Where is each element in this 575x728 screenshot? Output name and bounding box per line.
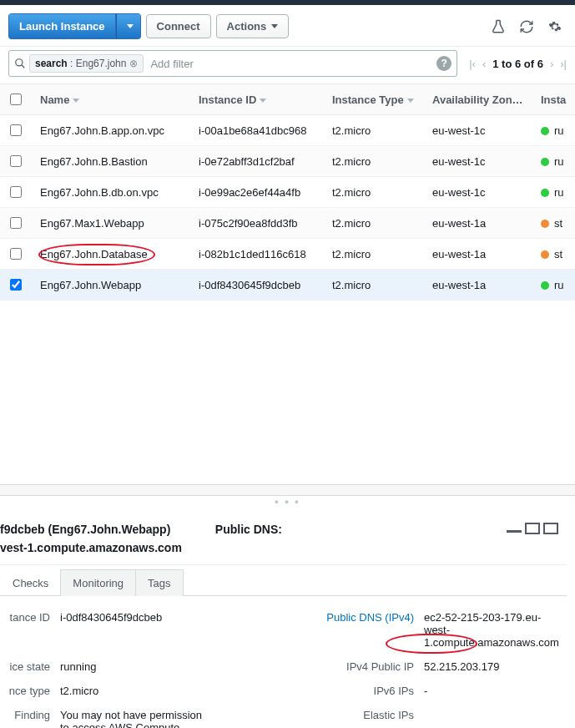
table-row[interactable]: Eng67.John.B.app.on.vpci-00a1be68a41dbc9… — [0, 115, 575, 146]
status-dot-icon — [541, 250, 549, 259]
page-last-icon[interactable]: ›| — [560, 58, 567, 70]
row-checkbox[interactable] — [10, 279, 22, 291]
col-instance-id[interactable]: Instance ID — [192, 84, 325, 115]
kv-value-public-dns: ec2-52-215-203-179.eu-west-1.compute.ama… — [424, 611, 563, 649]
col-availability-zone[interactable]: Availability Zone — [426, 84, 534, 115]
kv-key[interactable]: Public DNS (IPv4) — [314, 611, 414, 649]
page-first-icon[interactable]: |‹ — [469, 58, 476, 70]
search-input[interactable]: search : Eng67.john ⊗ Add filter ? — [8, 50, 457, 77]
panel-resize-grip[interactable]: ● ● ● — [0, 496, 575, 508]
kv-key: ice state — [0, 660, 50, 673]
status-dot-icon — [541, 281, 549, 290]
connect-button[interactable]: Connect — [146, 14, 211, 38]
cell-name[interactable]: Eng67.John.B.db.on.vpc — [33, 177, 192, 208]
kv-key: IPv6 IPs — [314, 685, 414, 697]
launch-instance-label[interactable]: Launch Instance — [8, 13, 116, 39]
search-icon — [14, 58, 26, 69]
kv-value-eip — [424, 709, 563, 728]
sort-icon — [407, 99, 414, 103]
kv-key: tance ID — [0, 611, 50, 649]
layout-min-icon[interactable] — [507, 523, 522, 533]
table-row[interactable]: Eng67.John.B.Bastioni-0e72abff3d1cf2baft… — [0, 146, 575, 177]
table-row[interactable]: Eng67.John.Databasei-082b1c1ded116c618t2… — [0, 239, 575, 270]
col-instance-type[interactable]: Instance Type — [325, 84, 426, 115]
kv-value-type: t2.micro — [60, 685, 210, 697]
pager: |‹ ‹ 1 to 6 of 6 › ›| — [469, 58, 567, 70]
status-dot-icon — [541, 127, 549, 135]
kv-key: Elastic IPs — [314, 709, 414, 728]
row-checkbox[interactable] — [10, 217, 22, 229]
layout-split-icon[interactable] — [525, 523, 540, 534]
cell-az: eu-west-1a — [426, 270, 534, 301]
cell-name[interactable]: Eng67.John.Database — [33, 239, 192, 270]
cell-name[interactable]: Eng67.John.B.app.on.vpc — [33, 115, 192, 146]
col-name[interactable]: Name — [33, 84, 192, 115]
row-checkbox[interactable] — [10, 248, 22, 260]
launch-instance-button[interactable]: Launch Instance — [8, 13, 141, 39]
cell-name[interactable]: Eng67.John.B.Bastion — [33, 146, 192, 177]
cell-instance-type: t2.micro — [325, 270, 426, 301]
page-prev-icon[interactable]: ‹ — [482, 58, 486, 70]
kv-value-ipv6: - — [424, 685, 563, 697]
caret-down-icon — [271, 24, 278, 28]
select-all-header[interactable] — [0, 84, 33, 115]
pager-text: 1 to 6 of 6 — [492, 58, 543, 70]
help-icon[interactable]: ? — [436, 56, 451, 71]
cell-state: ru — [534, 146, 575, 177]
actions-button[interactable]: Actions — [216, 14, 290, 38]
cell-instance-type: t2.micro — [325, 208, 426, 239]
cell-state: ru — [534, 115, 575, 146]
kv-value-instance-id: i-0df8430645f9dcbeb — [60, 611, 210, 649]
cell-instance-id: i-0e99ac2e6ef44a4fb — [192, 177, 325, 208]
kv-key: nce type — [0, 685, 50, 697]
cell-name[interactable]: Eng67.John.Webapp — [33, 270, 192, 301]
col-instance-state[interactable]: Insta — [534, 84, 575, 115]
table-row[interactable]: Eng67.John.Webappi-0df8430645f9dcbebt2.m… — [0, 270, 575, 301]
detail-subtitle: vest-1.compute.amazonaws.com — [0, 541, 182, 554]
kv-value-ipv4: 52.215.203.179 — [424, 660, 563, 673]
caret-down-icon — [127, 24, 134, 28]
page-next-icon[interactable]: › — [550, 58, 553, 70]
cell-state: st — [534, 208, 575, 239]
kv-key: Finding — [0, 709, 50, 728]
remove-filter-icon[interactable]: ⊗ — [129, 58, 138, 69]
row-checkbox[interactable] — [10, 124, 22, 136]
cell-instance-type: t2.micro — [325, 146, 426, 177]
layout-max-icon[interactable] — [543, 523, 558, 534]
panel-layout-icons — [507, 523, 558, 534]
cell-az: eu-west-1a — [426, 208, 534, 239]
gear-icon[interactable] — [543, 15, 567, 38]
detail-header: f9dcbeb (Eng67.John.Webapp) vest-1.compu… — [0, 516, 567, 565]
select-all-checkbox[interactable] — [10, 94, 22, 105]
filter-chip[interactable]: search : Eng67.john ⊗ — [29, 54, 144, 73]
filter-chip-value: Eng67.john — [76, 58, 127, 69]
status-dot-icon — [541, 189, 549, 197]
launch-instance-dropdown[interactable] — [116, 13, 141, 39]
refresh-icon[interactable] — [515, 15, 538, 38]
cell-state: ru — [534, 177, 575, 208]
cell-instance-type: t2.micro — [325, 239, 426, 270]
row-checkbox[interactable] — [10, 155, 22, 167]
kv-value-state: running — [60, 660, 210, 673]
filter-bar: search : Eng67.john ⊗ Add filter ? |‹ ‹ … — [0, 47, 575, 83]
cell-az: eu-west-1c — [426, 177, 534, 208]
tab-monitoring[interactable]: Monitoring — [60, 569, 136, 596]
tab-status-checks[interactable]: Checks — [0, 569, 61, 596]
table-row[interactable]: Eng67.Max1.Webappi-075c2f90ea8fdd3fbt2.m… — [0, 208, 575, 239]
cell-name[interactable]: Eng67.Max1.Webapp — [33, 208, 192, 239]
cell-instance-id: i-0e72abff3d1cf2baf — [192, 146, 325, 177]
add-filter-placeholder[interactable]: Add filter — [150, 58, 193, 70]
horizontal-scrollbar[interactable] — [0, 484, 575, 496]
sort-icon — [73, 99, 79, 103]
table-row[interactable]: Eng67.John.B.db.on.vpci-0e99ac2e6ef44a4f… — [0, 177, 575, 208]
actions-label: Actions — [227, 20, 267, 33]
status-dot-icon — [541, 220, 549, 228]
cell-instance-id: i-0df8430645f9dcbeb — [192, 270, 325, 301]
public-dns-label: Public DNS: — [215, 523, 282, 536]
experiment-icon[interactable] — [487, 15, 510, 38]
cell-az: eu-west-1a — [426, 239, 534, 270]
tab-tags[interactable]: Tags — [135, 569, 183, 596]
row-checkbox[interactable] — [10, 186, 22, 198]
svg-point-0 — [16, 59, 23, 66]
filter-chip-key: search — [35, 58, 68, 69]
